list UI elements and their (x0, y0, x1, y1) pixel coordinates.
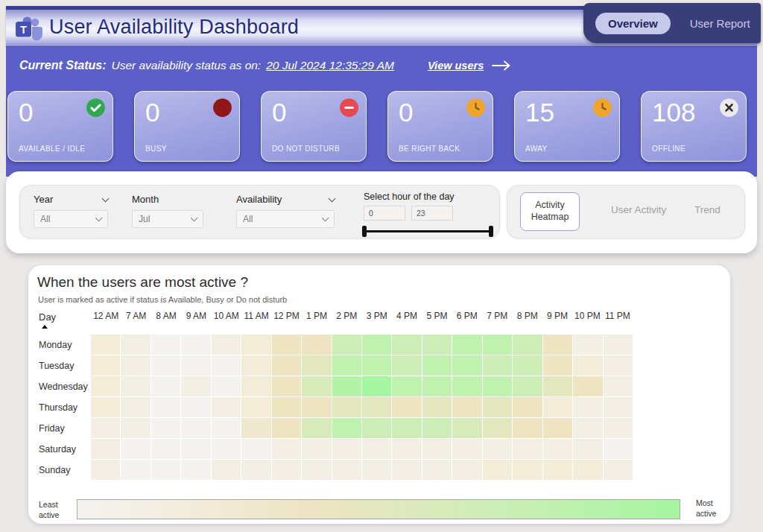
heatmap-cell[interactable] (362, 397, 391, 417)
heatmap-cell[interactable] (332, 355, 361, 376)
heatmap-cell[interactable] (513, 397, 542, 417)
heatmap-cell[interactable] (181, 460, 210, 480)
heatmap-cell[interactable] (604, 397, 633, 417)
heatmap-cell[interactable] (272, 376, 301, 396)
heatmap-cell[interactable] (181, 355, 210, 376)
heatmap-cell[interactable] (181, 418, 210, 438)
heatmap-cell[interactable] (483, 418, 512, 438)
heatmap-cell[interactable] (151, 397, 180, 417)
heatmap-cell[interactable] (362, 460, 391, 480)
heatmap-cell[interactable] (392, 397, 421, 417)
view-users-link[interactable]: View users (428, 60, 484, 72)
heatmap-cell[interactable] (91, 355, 120, 376)
heatmap-cell[interactable] (543, 376, 572, 396)
heatmap-cell[interactable] (513, 355, 542, 376)
status-card-be-right-back[interactable]: 0BE RIGHT BACK (387, 91, 493, 162)
status-timestamp[interactable]: 20 Jul 2024 12:35:29 AM (266, 59, 394, 72)
hour-min-input[interactable]: 0 (364, 206, 405, 221)
hour-header-8pm[interactable]: 8 PM (512, 311, 542, 321)
heatmap-cell[interactable] (452, 439, 481, 459)
heatmap-cell[interactable] (332, 439, 361, 459)
heatmap-cell[interactable] (392, 418, 421, 438)
heatmap-cell[interactable] (272, 397, 301, 417)
slider-handle-min[interactable] (362, 226, 367, 237)
heatmap-cell[interactable] (121, 335, 150, 355)
heatmap-cell[interactable] (181, 335, 210, 355)
hour-header-8am[interactable]: 8 AM (151, 311, 181, 321)
heatmap-cell[interactable] (422, 460, 452, 480)
heatmap-cell[interactable] (392, 439, 421, 459)
status-card-away[interactable]: 15AWAY (514, 91, 620, 162)
heatmap-cell[interactable] (483, 397, 512, 417)
hour-header-3pm[interactable]: 3 PM (362, 311, 392, 321)
heatmap-cell[interactable] (91, 376, 120, 396)
heatmap-cell[interactable] (302, 335, 331, 355)
heatmap-cell[interactable] (604, 439, 633, 459)
heatmap-cell[interactable] (121, 418, 150, 438)
slider-handle-max[interactable] (489, 226, 493, 237)
status-card-available-idle[interactable]: 0AVAILABLE / IDLE (7, 91, 113, 162)
heatmap-cell[interactable] (302, 397, 331, 417)
hour-header-1pm[interactable]: 1 PM (302, 311, 332, 321)
heatmap-cell[interactable] (332, 460, 361, 480)
heatmap-cell[interactable] (241, 355, 270, 376)
sort-ascending-icon[interactable] (42, 325, 48, 329)
heatmap-cell[interactable] (452, 418, 481, 438)
hour-header-6pm[interactable]: 6 PM (452, 311, 482, 321)
heatmap-cell[interactable] (543, 418, 572, 438)
heatmap-cell[interactable] (332, 376, 361, 396)
hour-header-10am[interactable]: 10 AM (212, 311, 241, 321)
heatmap-cell[interactable] (513, 439, 542, 459)
heatmap-cell[interactable] (422, 335, 452, 355)
heatmap-cell[interactable] (181, 376, 210, 396)
heatmap-cell[interactable] (452, 397, 481, 417)
heatmap-cell[interactable] (151, 460, 180, 480)
hour-header-5pm[interactable]: 5 PM (422, 311, 452, 321)
view-tab-activity-heatmap[interactable]: ActivityHeatmap (520, 192, 580, 231)
heatmap-cell[interactable] (392, 335, 421, 355)
heatmap-cell[interactable] (181, 397, 210, 417)
heatmap-cell[interactable] (392, 376, 421, 396)
heatmap-cell[interactable] (302, 439, 331, 459)
year-dropdown[interactable]: All (34, 210, 108, 228)
heatmap-cell[interactable] (604, 355, 633, 376)
heatmap-cell[interactable] (452, 460, 481, 480)
hour-header-11pm[interactable]: 11 PM (603, 311, 633, 321)
heatmap-cell[interactable] (573, 418, 602, 438)
heatmap-cell[interactable] (151, 335, 180, 355)
heatmap-cell[interactable] (513, 460, 542, 480)
heatmap-cell[interactable] (362, 439, 391, 459)
hour-header-12pm[interactable]: 12 PM (271, 311, 301, 321)
heatmap-cell[interactable] (272, 335, 301, 355)
heatmap-cell[interactable] (483, 376, 512, 396)
heatmap-cell[interactable] (302, 355, 331, 376)
chevron-down-icon[interactable] (102, 194, 110, 202)
heatmap-cell[interactable] (573, 397, 602, 417)
heatmap-cell[interactable] (513, 335, 542, 355)
heatmap-cell[interactable] (151, 376, 180, 396)
heatmap-cell[interactable] (212, 460, 241, 480)
heatmap-cell[interactable] (272, 418, 301, 438)
report-tab-overview[interactable]: Overview (595, 13, 671, 34)
status-card-offline[interactable]: 108OFFLINE (641, 91, 747, 162)
hour-max-input[interactable]: 23 (411, 206, 453, 221)
heatmap-cell[interactable] (392, 460, 421, 480)
hour-header-11am[interactable]: 11 AM (241, 311, 271, 321)
heatmap-cell[interactable] (151, 439, 180, 459)
heatmap-cell[interactable] (272, 439, 301, 459)
heatmap-cell[interactable] (573, 376, 602, 396)
heatmap-cell[interactable] (121, 439, 150, 459)
heatmap-cell[interactable] (181, 439, 210, 459)
heatmap-cell[interactable] (573, 460, 602, 480)
heatmap-cell[interactable] (212, 355, 241, 376)
heatmap-cell[interactable] (212, 335, 241, 355)
heatmap-cell[interactable] (362, 355, 391, 376)
heatmap-cell[interactable] (422, 439, 452, 459)
heatmap-cell[interactable] (362, 418, 391, 438)
heatmap-cell[interactable] (543, 335, 572, 355)
chevron-down-icon[interactable] (322, 215, 329, 222)
heatmap-cell[interactable] (452, 355, 481, 376)
hour-header-7pm[interactable]: 7 PM (482, 311, 512, 321)
heatmap-cell[interactable] (212, 418, 241, 438)
heatmap-cell[interactable] (452, 376, 481, 396)
